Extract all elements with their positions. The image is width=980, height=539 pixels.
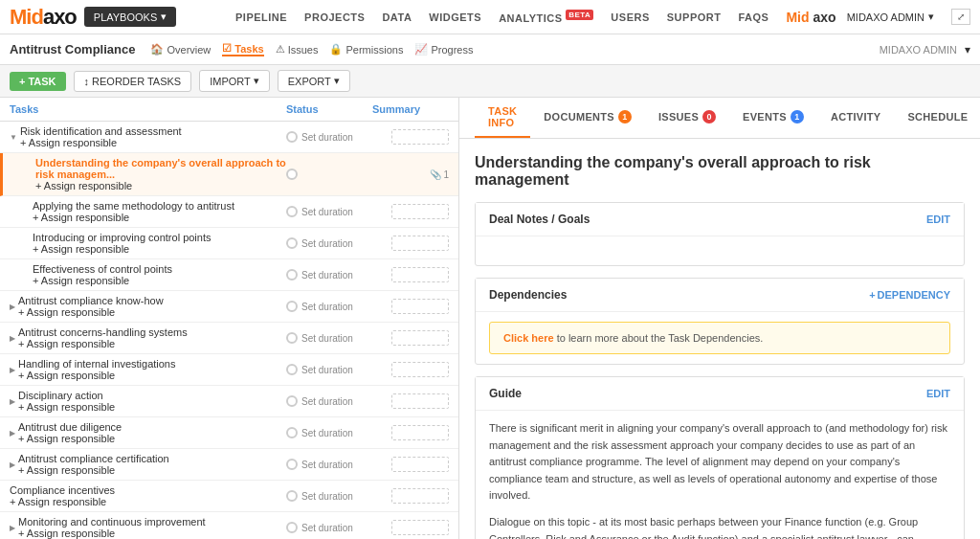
deal-notes-header: Deal Notes / Goals EDIT: [476, 203, 964, 236]
playbooks-chevron-icon: ▾: [161, 11, 167, 23]
deal-notes-edit-button[interactable]: EDIT: [926, 213, 950, 225]
dependency-link[interactable]: Click here: [503, 332, 554, 344]
nav-data[interactable]: DATA: [382, 11, 412, 23]
guide-section: Guide EDIT There is significant merit in…: [475, 376, 965, 539]
nav-widgets[interactable]: WIDGETS: [429, 11, 481, 23]
subnav-progress[interactable]: 📈 Progress: [414, 43, 473, 56]
task-status-cell: Set duration: [286, 301, 372, 312]
beta-badge: BETA: [566, 10, 593, 20]
playbooks-label: PLAYBOOKS: [94, 11, 157, 23]
table-row[interactable]: Compliance incentives + Assign responsib…: [0, 481, 458, 512]
midaxo-logo: Midaxo: [10, 5, 77, 30]
status-circle: [286, 459, 298, 470]
import-button[interactable]: IMPORT ▾: [199, 70, 270, 92]
table-row[interactable]: ▶ Handling of internal investigations + …: [0, 354, 458, 386]
dependencies-header: Dependencies + DEPENDENCY: [476, 279, 964, 311]
table-row[interactable]: Applying the same methodology to antitru…: [0, 196, 458, 228]
tab-schedule[interactable]: SCHEDULE: [894, 98, 980, 138]
table-row[interactable]: ▶ Monitoring and continuous improvement …: [0, 512, 458, 539]
subnav-tasks[interactable]: ☑ Tasks: [222, 42, 263, 56]
nav-projects[interactable]: PROJECTS: [304, 11, 365, 23]
dependencies-section: Dependencies + DEPENDENCY Click here to …: [475, 278, 965, 365]
import-label: IMPORT: [210, 76, 251, 87]
summary-box: [391, 362, 449, 377]
toolbar: + TASK ↕ REORDER TASKS IMPORT ▾ EXPORT ▾: [0, 65, 980, 98]
warning-icon: ⚠: [276, 43, 285, 56]
admin-menu[interactable]: Midaxo MIDAXO ADMIN ▾: [786, 10, 934, 25]
tab-issues[interactable]: ISSUES 0: [645, 98, 729, 138]
task-summary-cell: [372, 129, 449, 145]
task-name-cell: Understanding the company's overall appr…: [12, 157, 286, 191]
table-row[interactable]: ▶ Disciplinary action + Assign responsib…: [0, 386, 458, 417]
tasks-icon: ☑: [222, 42, 232, 55]
nav-analytics[interactable]: ANALYTICS BETA: [499, 11, 593, 24]
table-row[interactable]: Introducing or improving control points …: [0, 228, 458, 259]
tab-task-info[interactable]: TASK INFO: [475, 98, 530, 138]
deal-notes-section: Deal Notes / Goals EDIT: [475, 202, 965, 266]
status-circle: [286, 332, 298, 344]
expand-chevron-icon: ▶: [10, 334, 15, 343]
tab-activity[interactable]: ACTIVITY: [817, 98, 895, 138]
task-name-cell: ▶ Antitrust due diligence + Assign respo…: [10, 421, 286, 444]
tab-events[interactable]: EVENTS 1: [729, 98, 817, 138]
table-row[interactable]: Understanding the company's overall appr…: [0, 153, 458, 196]
dependencies-title: Dependencies: [489, 288, 567, 302]
status-circle: [286, 168, 298, 180]
subnav-issues[interactable]: ⚠ Issues: [276, 43, 319, 56]
add-dependency-button[interactable]: + DEPENDENCY: [869, 289, 950, 301]
admin-right-chevron[interactable]: ▾: [965, 43, 970, 56]
guide-body: There is significant merit in aligning y…: [476, 411, 964, 539]
guide-edit-button[interactable]: EDIT: [926, 388, 950, 399]
playbooks-button[interactable]: PLAYBOOKS ▾: [84, 7, 176, 27]
task-summary-cell: [372, 330, 449, 346]
table-row[interactable]: ▶ Antitrust due diligence + Assign respo…: [0, 417, 458, 449]
task-name-cell: ▶ Antitrust concerns-handling systems + …: [10, 326, 286, 349]
table-row[interactable]: ▶ Antitrust concerns-handling systems + …: [0, 323, 458, 354]
expand-icon[interactable]: ⤢: [951, 9, 970, 25]
logo-orange: Mid: [10, 5, 43, 29]
task-summary-cell: [372, 299, 449, 314]
task-status-cell: Set duration: [286, 427, 372, 438]
nav-support[interactable]: SUPPORT: [667, 11, 722, 23]
tab-documents[interactable]: DOCUMENTS 1: [530, 98, 645, 138]
add-task-button[interactable]: + TASK: [10, 72, 66, 91]
task-status-cell: Set duration: [286, 459, 372, 470]
nav-pipeline[interactable]: PIPELINE: [235, 11, 287, 23]
export-label: EXPORT: [288, 76, 331, 87]
task-status-cell: Set duration: [286, 490, 372, 502]
subnav-right: MIDAXO ADMIN ▾: [880, 43, 970, 56]
task-summary-cell: [372, 488, 449, 504]
dependency-banner: Click here to learn more about the Task …: [489, 322, 950, 354]
task-summary-cell: [372, 236, 449, 251]
nav-users[interactable]: USERS: [611, 11, 649, 23]
plus-dep-icon: +: [869, 289, 875, 301]
dependencies-body: Click here to learn more about the Task …: [476, 312, 964, 364]
logo-right-orange: Mid: [786, 10, 809, 25]
table-row[interactable]: ▼ Risk identification and assessment + A…: [0, 122, 458, 153]
task-summary-cell: 📎 1: [372, 169, 449, 180]
right-content: Understanding the company's overall appr…: [459, 139, 980, 539]
status-circle: [286, 269, 298, 281]
task-name-cell: ▶ Handling of internal investigations + …: [10, 358, 286, 381]
subnav-overview[interactable]: 🏠 Overview: [150, 43, 211, 56]
task-summary-cell: [372, 267, 449, 282]
table-row[interactable]: ▶ Antitrust compliance know-how + Assign…: [0, 291, 458, 323]
table-row[interactable]: Effectiveness of control points + Assign…: [0, 259, 458, 291]
status-circle: [286, 395, 298, 407]
task-detail-panel: TASK INFO DOCUMENTS 1 ISSUES 0 EVENTS 1 …: [459, 98, 980, 539]
table-row[interactable]: ▶ Antitrust compliance certification + A…: [0, 449, 458, 481]
export-button[interactable]: EXPORT ▾: [278, 70, 350, 92]
attachment-icon: 📎 1: [430, 169, 449, 180]
header-status: Status: [286, 103, 372, 115]
admin-right-label: MIDAXO ADMIN: [880, 44, 957, 56]
logo-dark: axo: [43, 5, 77, 29]
task-summary-cell: [372, 393, 449, 409]
expand-chevron-icon: ▶: [10, 397, 15, 406]
status-circle: [286, 522, 298, 533]
nav-faqs[interactable]: FAQS: [738, 11, 768, 23]
task-status-cell: Set duration: [286, 206, 372, 217]
home-icon: 🏠: [150, 43, 164, 56]
deal-notes-body: [476, 236, 964, 265]
reorder-tasks-button[interactable]: ↕ REORDER TASKS: [74, 71, 192, 92]
subnav-permissions[interactable]: 🔒 Permissions: [329, 43, 403, 56]
